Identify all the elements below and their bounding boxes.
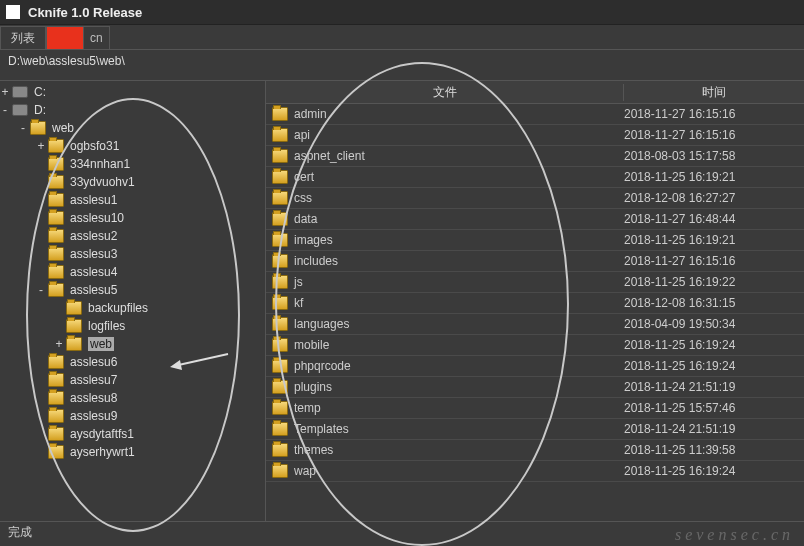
tree-label: asslesu8: [70, 391, 117, 405]
file-name: aspnet_client: [294, 149, 365, 163]
file-name: kf: [294, 296, 303, 310]
tree-node[interactable]: -asslesu5: [0, 281, 265, 299]
tree-node[interactable]: asslesu2: [0, 227, 265, 245]
tree-label: asslesu4: [70, 265, 117, 279]
tree-node[interactable]: asslesu4: [0, 263, 265, 281]
tree-label: asslesu2: [70, 229, 117, 243]
file-name: js: [294, 275, 303, 289]
folder-icon: [66, 319, 82, 333]
file-row[interactable]: data2018-11-27 16:48:44: [266, 209, 804, 230]
tree-node[interactable]: backupfiles: [0, 299, 265, 317]
folder-icon: [48, 355, 64, 369]
tree-label: ayserhywrt1: [70, 445, 135, 459]
file-list[interactable]: admin2018-11-27 16:15:16api2018-11-27 16…: [266, 104, 804, 521]
tree-node[interactable]: asslesu7: [0, 371, 265, 389]
app-icon: [6, 5, 20, 19]
folder-icon: [48, 427, 64, 441]
folder-icon: [272, 338, 288, 352]
folder-icon: [272, 233, 288, 247]
tree-node[interactable]: 334nnhan1: [0, 155, 265, 173]
tree-label: asslesu5: [70, 283, 117, 297]
tree-node[interactable]: asslesu8: [0, 389, 265, 407]
file-row[interactable]: css2018-12-08 16:27:27: [266, 188, 804, 209]
tab-host-suffix[interactable]: cn: [84, 26, 110, 49]
file-row[interactable]: plugins2018-11-24 21:51:19: [266, 377, 804, 398]
tree-node[interactable]: +web: [0, 335, 265, 353]
column-name[interactable]: 文件: [266, 84, 623, 101]
expand-toggle[interactable]: -: [0, 103, 10, 117]
file-row[interactable]: admin2018-11-27 16:15:16: [266, 104, 804, 125]
file-row[interactable]: aspnet_client2018-08-03 15:17:58: [266, 146, 804, 167]
folder-icon: [272, 254, 288, 268]
file-row[interactable]: phpqrcode2018-11-25 16:19:24: [266, 356, 804, 377]
tree-node[interactable]: 33ydvuohv1: [0, 173, 265, 191]
file-row[interactable]: images2018-11-25 16:19:21: [266, 230, 804, 251]
file-time: 2018-11-25 11:39:58: [618, 443, 804, 457]
tree-node[interactable]: ayserhywrt1: [0, 443, 265, 461]
expand-toggle[interactable]: +: [0, 85, 10, 99]
window-title: Cknife 1.0 Release: [28, 5, 142, 20]
expand-toggle[interactable]: +: [54, 337, 64, 351]
file-time: 2018-11-27 16:15:16: [618, 128, 804, 142]
drive-icon: [12, 104, 28, 116]
tree-label: asslesu10: [70, 211, 124, 225]
file-row[interactable]: mobile2018-11-25 16:19:24: [266, 335, 804, 356]
file-row[interactable]: api2018-11-27 16:15:16: [266, 125, 804, 146]
tree-node[interactable]: +C:: [0, 83, 265, 101]
tree-node[interactable]: -D:: [0, 101, 265, 119]
column-time[interactable]: 时间: [623, 84, 804, 101]
file-row[interactable]: themes2018-11-25 11:39:58: [266, 440, 804, 461]
tree-node[interactable]: asslesu10: [0, 209, 265, 227]
folder-icon: [48, 445, 64, 459]
folder-icon: [48, 247, 64, 261]
folder-icon: [272, 401, 288, 415]
file-time: 2018-11-27 16:15:16: [618, 254, 804, 268]
tab-list[interactable]: 列表: [0, 26, 46, 49]
file-row[interactable]: wap2018-11-25 16:19:24: [266, 461, 804, 482]
file-row[interactable]: kf2018-12-08 16:31:15: [266, 293, 804, 314]
file-time: 2018-11-25 15:57:46: [618, 401, 804, 415]
expand-toggle[interactable]: +: [36, 139, 46, 153]
path-bar[interactable]: D:\web\asslesu5\web\: [0, 50, 804, 81]
tree-node[interactable]: -web: [0, 119, 265, 137]
tree-node[interactable]: asslesu1: [0, 191, 265, 209]
file-time: 2018-12-08 16:31:15: [618, 296, 804, 310]
expand-toggle[interactable]: -: [36, 283, 46, 297]
file-name: themes: [294, 443, 333, 457]
folder-icon: [272, 191, 288, 205]
folder-icon: [30, 121, 46, 135]
folder-icon: [272, 128, 288, 142]
file-time: 2018-11-25 16:19:24: [618, 464, 804, 478]
folder-icon: [272, 464, 288, 478]
file-time: 2018-11-24 21:51:19: [618, 422, 804, 436]
folder-icon: [48, 409, 64, 423]
expand-toggle[interactable]: -: [18, 121, 28, 135]
file-name: cert: [294, 170, 314, 184]
folder-icon: [66, 337, 82, 351]
file-row[interactable]: cert2018-11-25 16:19:21: [266, 167, 804, 188]
folder-icon: [48, 157, 64, 171]
folder-icon: [272, 422, 288, 436]
folder-icon: [272, 170, 288, 184]
watermark: sevensec.cn: [675, 526, 794, 544]
tree-node[interactable]: asslesu6: [0, 353, 265, 371]
file-name: data: [294, 212, 317, 226]
tree-node[interactable]: +ogbsfo31: [0, 137, 265, 155]
file-row[interactable]: js2018-11-25 16:19:22: [266, 272, 804, 293]
file-row[interactable]: includes2018-11-27 16:15:16: [266, 251, 804, 272]
folder-icon: [48, 211, 64, 225]
tree-node[interactable]: asslesu3: [0, 245, 265, 263]
folder-icon: [272, 275, 288, 289]
file-row[interactable]: temp2018-11-25 15:57:46: [266, 398, 804, 419]
tree-node[interactable]: aysdytaftfs1: [0, 425, 265, 443]
tab-host-redacted[interactable]: [46, 26, 84, 49]
tree-node[interactable]: logfiles: [0, 317, 265, 335]
file-row[interactable]: languages2018-04-09 19:50:34: [266, 314, 804, 335]
main-area: +C:-D:-web+ogbsfo31334nnhan133ydvuohv1as…: [0, 81, 804, 521]
file-name: includes: [294, 254, 338, 268]
directory-tree[interactable]: +C:-D:-web+ogbsfo31334nnhan133ydvuohv1as…: [0, 81, 266, 521]
file-name: phpqrcode: [294, 359, 351, 373]
tree-node[interactable]: asslesu9: [0, 407, 265, 425]
file-row[interactable]: Templates2018-11-24 21:51:19: [266, 419, 804, 440]
folder-icon: [272, 296, 288, 310]
